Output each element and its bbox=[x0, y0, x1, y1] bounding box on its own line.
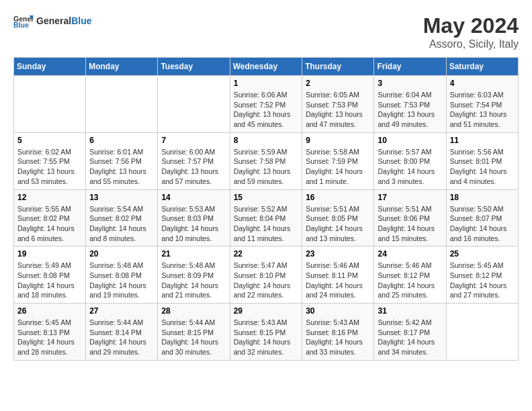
day-number: 5 bbox=[17, 136, 82, 145]
calendar-cell: 31Sunrise: 5:42 AM Sunset: 8:17 PM Dayli… bbox=[374, 304, 446, 361]
header-cell-thursday: Thursday bbox=[302, 58, 374, 76]
day-number: 6 bbox=[89, 136, 154, 145]
cell-info: Sunrise: 5:48 AM Sunset: 8:09 PM Dayligh… bbox=[161, 261, 226, 300]
cell-info: Sunrise: 5:50 AM Sunset: 8:07 PM Dayligh… bbox=[450, 204, 515, 244]
logo-icon: General Blue bbox=[13, 13, 34, 30]
cell-info: Sunrise: 5:59 AM Sunset: 7:58 PM Dayligh… bbox=[234, 147, 299, 187]
cell-info: Sunrise: 5:57 AM Sunset: 8:00 PM Dayligh… bbox=[378, 147, 442, 187]
calendar-cell: 24Sunrise: 5:46 AM Sunset: 8:12 PM Dayli… bbox=[374, 246, 446, 304]
cell-info: Sunrise: 5:46 AM Sunset: 8:11 PM Dayligh… bbox=[306, 261, 370, 300]
cell-info: Sunrise: 6:02 AM Sunset: 7:55 PM Dayligh… bbox=[17, 147, 82, 187]
cell-info: Sunrise: 5:44 AM Sunset: 8:14 PM Dayligh… bbox=[89, 318, 154, 357]
calendar-cell bbox=[14, 76, 86, 133]
cell-info: Sunrise: 5:56 AM Sunset: 8:01 PM Dayligh… bbox=[450, 147, 515, 187]
header-cell-sunday: Sunday bbox=[14, 58, 86, 76]
calendar-cell: 21Sunrise: 5:48 AM Sunset: 8:09 PM Dayli… bbox=[158, 246, 230, 304]
calendar-cell: 11Sunrise: 5:56 AM Sunset: 8:01 PM Dayli… bbox=[446, 132, 518, 189]
calendar-cell bbox=[86, 76, 158, 133]
calendar-cell: 3Sunrise: 6:04 AM Sunset: 7:53 PM Daylig… bbox=[374, 76, 446, 133]
calendar-cell: 5Sunrise: 6:02 AM Sunset: 7:55 PM Daylig… bbox=[14, 132, 86, 189]
header-cell-tuesday: Tuesday bbox=[158, 58, 230, 76]
day-number: 10 bbox=[378, 136, 442, 145]
week-row-2: 5Sunrise: 6:02 AM Sunset: 7:55 PM Daylig… bbox=[14, 132, 519, 189]
cell-info: Sunrise: 5:47 AM Sunset: 8:10 PM Dayligh… bbox=[234, 261, 299, 300]
cell-info: Sunrise: 5:48 AM Sunset: 8:08 PM Dayligh… bbox=[89, 261, 154, 300]
day-number: 18 bbox=[450, 193, 515, 202]
day-number: 2 bbox=[306, 79, 370, 88]
calendar-cell: 7Sunrise: 6:00 AM Sunset: 7:57 PM Daylig… bbox=[158, 132, 230, 189]
day-number: 28 bbox=[161, 306, 226, 316]
calendar-cell: 8Sunrise: 5:59 AM Sunset: 7:58 PM Daylig… bbox=[230, 132, 302, 189]
header-row: SundayMondayTuesdayWednesdayThursdayFrid… bbox=[14, 58, 519, 76]
day-number: 29 bbox=[234, 306, 299, 316]
week-row-5: 26Sunrise: 5:45 AM Sunset: 8:13 PM Dayli… bbox=[14, 304, 519, 361]
calendar-cell: 13Sunrise: 5:54 AM Sunset: 8:02 PM Dayli… bbox=[86, 189, 158, 246]
day-number: 31 bbox=[378, 306, 442, 316]
subtitle: Assoro, Sicily, Italy bbox=[423, 38, 519, 50]
cell-info: Sunrise: 6:06 AM Sunset: 7:52 PM Dayligh… bbox=[234, 90, 299, 130]
calendar-cell: 10Sunrise: 5:57 AM Sunset: 8:00 PM Dayli… bbox=[374, 132, 446, 189]
day-number: 14 bbox=[161, 193, 226, 202]
week-row-4: 19Sunrise: 5:49 AM Sunset: 8:08 PM Dayli… bbox=[14, 246, 519, 304]
header-cell-friday: Friday bbox=[374, 58, 446, 76]
calendar-cell: 26Sunrise: 5:45 AM Sunset: 8:13 PM Dayli… bbox=[14, 304, 86, 361]
day-number: 15 bbox=[234, 193, 299, 202]
calendar-cell: 2Sunrise: 6:05 AM Sunset: 7:53 PM Daylig… bbox=[302, 76, 374, 133]
cell-info: Sunrise: 5:54 AM Sunset: 8:02 PM Dayligh… bbox=[89, 204, 154, 244]
calendar-cell: 12Sunrise: 5:55 AM Sunset: 8:02 PM Dayli… bbox=[14, 189, 86, 246]
cell-info: Sunrise: 6:03 AM Sunset: 7:54 PM Dayligh… bbox=[450, 90, 515, 130]
cell-info: Sunrise: 5:43 AM Sunset: 8:15 PM Dayligh… bbox=[234, 318, 299, 357]
day-number: 25 bbox=[450, 249, 515, 259]
calendar-cell: 19Sunrise: 5:49 AM Sunset: 8:08 PM Dayli… bbox=[14, 246, 86, 304]
day-number: 16 bbox=[306, 193, 370, 202]
cell-info: Sunrise: 5:44 AM Sunset: 8:15 PM Dayligh… bbox=[161, 318, 226, 357]
cell-info: Sunrise: 5:45 AM Sunset: 8:13 PM Dayligh… bbox=[17, 318, 82, 357]
cell-info: Sunrise: 5:42 AM Sunset: 8:17 PM Dayligh… bbox=[378, 318, 442, 357]
cell-info: Sunrise: 5:51 AM Sunset: 8:05 PM Dayligh… bbox=[306, 204, 370, 244]
calendar-cell: 14Sunrise: 5:53 AM Sunset: 8:03 PM Dayli… bbox=[158, 189, 230, 246]
cell-info: Sunrise: 5:53 AM Sunset: 8:03 PM Dayligh… bbox=[161, 204, 226, 244]
day-number: 4 bbox=[450, 79, 515, 88]
day-number: 22 bbox=[234, 249, 299, 259]
day-number: 7 bbox=[161, 136, 226, 145]
cell-info: Sunrise: 6:00 AM Sunset: 7:57 PM Dayligh… bbox=[161, 147, 226, 187]
day-number: 26 bbox=[17, 306, 82, 316]
cell-info: Sunrise: 5:43 AM Sunset: 8:16 PM Dayligh… bbox=[306, 318, 370, 357]
calendar-cell: 23Sunrise: 5:46 AM Sunset: 8:11 PM Dayli… bbox=[302, 246, 374, 304]
calendar-table: SundayMondayTuesdayWednesdayThursdayFrid… bbox=[13, 57, 519, 361]
day-number: 1 bbox=[234, 79, 299, 88]
calendar-cell bbox=[158, 76, 230, 133]
day-number: 8 bbox=[234, 136, 299, 145]
calendar-cell: 28Sunrise: 5:44 AM Sunset: 8:15 PM Dayli… bbox=[158, 304, 230, 361]
logo-general: General bbox=[36, 15, 71, 26]
logo-blue: Blue bbox=[71, 15, 91, 26]
calendar-cell: 22Sunrise: 5:47 AM Sunset: 8:10 PM Dayli… bbox=[230, 246, 302, 304]
cell-info: Sunrise: 5:58 AM Sunset: 7:59 PM Dayligh… bbox=[306, 147, 370, 187]
calendar-cell: 1Sunrise: 6:06 AM Sunset: 7:52 PM Daylig… bbox=[230, 76, 302, 133]
main-title: May 2024 bbox=[423, 13, 519, 38]
calendar-cell: 16Sunrise: 5:51 AM Sunset: 8:05 PM Dayli… bbox=[302, 189, 374, 246]
calendar-cell: 17Sunrise: 5:51 AM Sunset: 8:06 PM Dayli… bbox=[374, 189, 446, 246]
cell-info: Sunrise: 5:52 AM Sunset: 8:04 PM Dayligh… bbox=[234, 204, 299, 244]
cell-info: Sunrise: 5:46 AM Sunset: 8:12 PM Dayligh… bbox=[378, 261, 442, 300]
day-number: 9 bbox=[306, 136, 370, 145]
day-number: 21 bbox=[161, 249, 226, 259]
day-number: 30 bbox=[306, 306, 370, 316]
header-cell-saturday: Saturday bbox=[446, 58, 518, 76]
day-number: 24 bbox=[378, 249, 442, 259]
day-number: 17 bbox=[378, 193, 442, 202]
calendar-cell: 9Sunrise: 5:58 AM Sunset: 7:59 PM Daylig… bbox=[302, 132, 374, 189]
cell-info: Sunrise: 5:51 AM Sunset: 8:06 PM Dayligh… bbox=[378, 204, 442, 244]
day-number: 19 bbox=[17, 249, 82, 259]
cell-info: Sunrise: 6:05 AM Sunset: 7:53 PM Dayligh… bbox=[306, 90, 370, 130]
day-number: 20 bbox=[89, 249, 154, 259]
day-number: 13 bbox=[89, 193, 154, 202]
week-row-3: 12Sunrise: 5:55 AM Sunset: 8:02 PM Dayli… bbox=[14, 189, 519, 246]
week-row-1: 1Sunrise: 6:06 AM Sunset: 7:52 PM Daylig… bbox=[14, 76, 519, 133]
svg-text:Blue: Blue bbox=[13, 21, 29, 29]
calendar-cell: 20Sunrise: 5:48 AM Sunset: 8:08 PM Dayli… bbox=[86, 246, 158, 304]
title-block: May 2024 Assoro, Sicily, Italy bbox=[423, 13, 519, 50]
calendar-cell: 15Sunrise: 5:52 AM Sunset: 8:04 PM Dayli… bbox=[230, 189, 302, 246]
day-number: 12 bbox=[17, 193, 82, 202]
header-cell-monday: Monday bbox=[86, 58, 158, 76]
